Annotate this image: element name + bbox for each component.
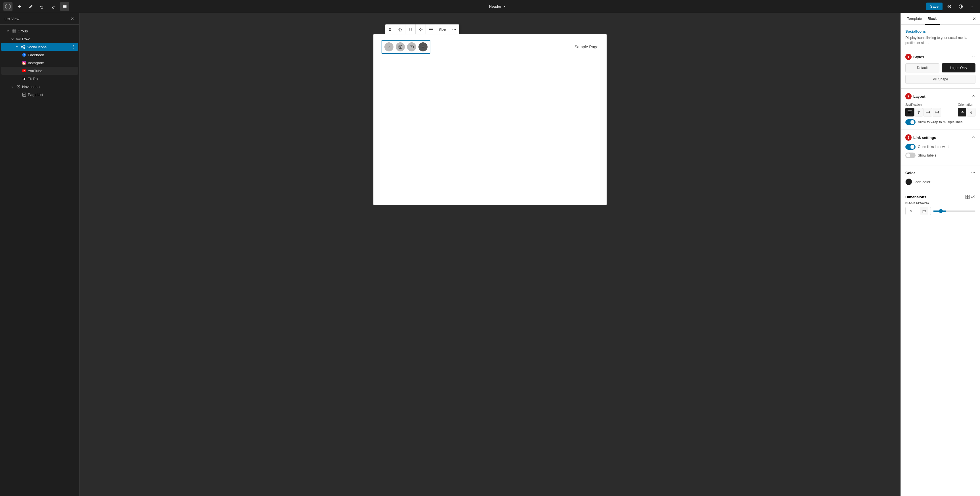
styles-section-header: 1 Styles [905, 54, 975, 60]
arrows-icon [418, 27, 423, 32]
drag-button[interactable] [406, 24, 415, 35]
dim-link-button[interactable] [971, 195, 975, 199]
share-button[interactable] [395, 24, 406, 35]
list-view-header: List View [0, 13, 79, 25]
style-logos-only-button[interactable]: Logos Only [942, 63, 976, 72]
wrap-toggle[interactable] [905, 119, 916, 125]
link-settings-collapse-button[interactable] [972, 135, 975, 140]
editor-header: Sample Page [374, 34, 606, 60]
appearance-button[interactable] [956, 2, 965, 11]
chevron-down-icon [16, 45, 19, 48]
plus-icon [17, 4, 22, 9]
save-button[interactable]: Save [926, 3, 942, 10]
justify-center-icon [917, 110, 921, 114]
dim-grid-button[interactable] [965, 195, 970, 199]
link-settings-section: 3 Link settings Open links in new tab [901, 130, 980, 166]
navigation-svg-icon [16, 85, 21, 89]
more-options-button[interactable] [967, 2, 977, 11]
template-tab[interactable]: Template [904, 13, 925, 25]
justify-right-icon [926, 110, 930, 114]
list-view-button[interactable] [60, 2, 69, 11]
tiktok-label: TikTok [28, 77, 76, 81]
contrast-icon [958, 4, 963, 9]
navigation-label: Navigation [22, 85, 76, 89]
color-options-button[interactable] [971, 171, 975, 175]
wordpress-logo[interactable] [3, 2, 13, 11]
youtube-social-icon[interactable] [407, 42, 416, 51]
justify-stretch-button[interactable] [932, 108, 941, 116]
more-toolbar-button[interactable] [449, 24, 459, 35]
header-label[interactable]: Header [489, 4, 506, 8]
svg-point-21 [25, 62, 25, 62]
sample-page-link[interactable]: Sample Page [574, 45, 598, 49]
style-default-button[interactable]: Default [905, 63, 939, 72]
show-labels-toggle[interactable] [905, 153, 916, 158]
svg-rect-7 [17, 38, 21, 40]
add-block-button[interactable] [15, 2, 24, 11]
svg-rect-6 [14, 31, 16, 33]
tree-item-social-icons[interactable]: Social Icons [1, 43, 78, 51]
dimensions-header: Dimensions [905, 195, 975, 199]
size-button[interactable]: Size [436, 24, 449, 35]
gear-icon [947, 4, 952, 9]
open-new-tab-toggle[interactable] [905, 144, 916, 150]
wp-icon [5, 4, 11, 10]
styles-collapse-button[interactable] [972, 54, 975, 59]
tree-item-facebook[interactable]: Facebook [1, 51, 78, 59]
layout-collapse-button[interactable] [972, 94, 975, 99]
justify-center-button[interactable] [915, 108, 923, 116]
tree-item-row[interactable]: Row [1, 35, 78, 43]
link-icon [971, 195, 975, 199]
top-bar-left [3, 2, 69, 11]
right-panel-tabs: Template Block [901, 13, 980, 25]
svg-point-1 [972, 6, 973, 7]
orient-vertical-button[interactable] [967, 108, 975, 116]
justify-right-button[interactable] [923, 108, 932, 116]
share-icon [21, 45, 25, 49]
add-social-icon-button[interactable] [418, 42, 428, 51]
icon-color-swatch[interactable] [905, 179, 912, 185]
instagram-label: Instagram [28, 61, 76, 65]
facebook-social-icon[interactable] [384, 42, 393, 51]
tree-item-group[interactable]: Group [1, 27, 78, 35]
close-list-view-button[interactable] [70, 16, 75, 21]
chevron-down-icon [11, 38, 14, 40]
transform-button[interactable] [385, 24, 395, 35]
spacing-slider[interactable] [933, 211, 975, 212]
svg-point-35 [409, 30, 410, 31]
tree-item-youtube[interactable]: YouTube [1, 67, 78, 75]
group-icon [11, 29, 16, 33]
tree-item-page-list[interactable]: Page List [1, 91, 78, 99]
wrap-toggle-row: Allow to wrap to multiple lines [905, 119, 975, 125]
svg-point-41 [455, 29, 456, 30]
justify-left-button[interactable] [905, 108, 914, 116]
tree-item-navigation[interactable]: Navigation [1, 83, 78, 91]
align-button[interactable] [426, 24, 436, 35]
close-panel-button[interactable] [972, 16, 977, 21]
chevron-down-icon [503, 5, 506, 8]
social-icons-options-button[interactable] [71, 44, 76, 49]
block-tab[interactable]: Block [925, 13, 940, 25]
instagram-social-icon[interactable] [396, 42, 405, 51]
more-icon [452, 27, 457, 32]
nav-button[interactable] [415, 24, 426, 35]
svg-point-40 [454, 29, 455, 30]
facebook-icon [387, 45, 391, 49]
orient-horizontal-button[interactable] [958, 108, 966, 116]
svg-rect-51 [935, 112, 939, 113]
settings-button[interactable] [945, 2, 954, 11]
social-icons-link[interactable]: SocialIcons [905, 29, 926, 33]
plus-icon [421, 45, 425, 49]
undo-button[interactable] [38, 2, 46, 11]
style-pill-shape-button[interactable]: Pill Shape [905, 75, 975, 84]
chevron-down-icon [6, 30, 10, 32]
spacing-unit[interactable]: px [920, 207, 928, 215]
dimensions-section: Dimensions BLOCK SPACING px [901, 190, 980, 220]
spacing-input[interactable] [905, 207, 920, 215]
tree-item-instagram[interactable]: Instagram [1, 59, 78, 67]
edit-button[interactable] [26, 2, 35, 11]
tree-item-tiktok[interactable]: TikTok [1, 75, 78, 83]
undo-icon [40, 4, 45, 9]
redo-button[interactable] [49, 2, 58, 11]
arrow-right-icon [960, 110, 964, 114]
